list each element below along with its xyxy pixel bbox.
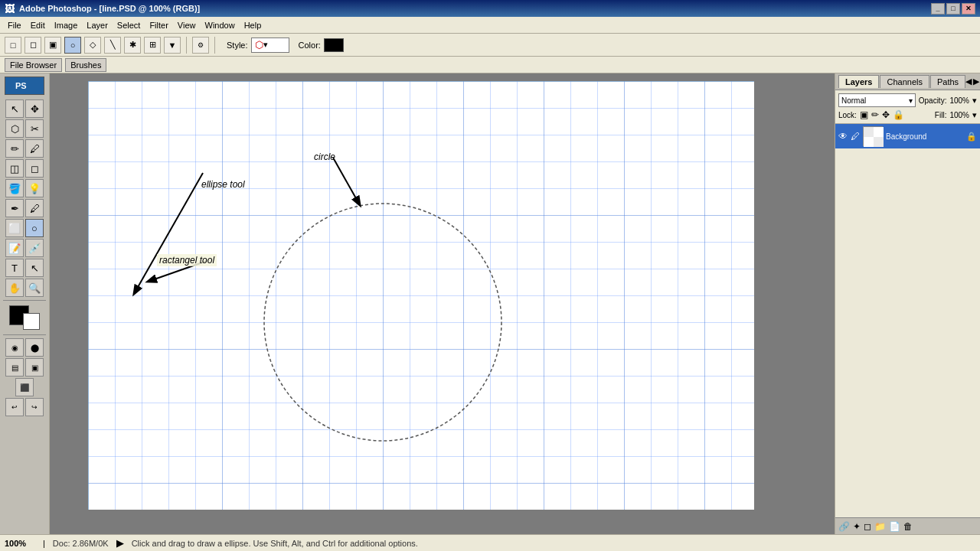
menu-filter[interactable]: Filter — [145, 19, 172, 31]
layer-item[interactable]: 👁 🖊 Background 🔒 — [835, 124, 980, 148]
shape-custom-btn[interactable]: ✱ — [124, 37, 141, 54]
shape-poly-btn[interactable]: ◇ — [84, 37, 101, 54]
delete-layer-btn[interactable]: 🗑 — [903, 521, 913, 532]
blend-mode-dropdown[interactable]: Normal ▾ — [838, 93, 916, 107]
maximize-button[interactable]: □ — [946, 3, 960, 15]
fill-label: Fill: — [935, 111, 947, 119]
selection-tool[interactable]: ↖ — [5, 99, 24, 118]
zoom-level: 100% — [5, 539, 35, 548]
svg-text:PS: PS — [15, 81, 27, 90]
pen-tool[interactable]: ✒ — [5, 199, 24, 217]
panel-left-arrow[interactable]: ◀ — [965, 77, 972, 86]
style-dropdown[interactable]: ⬡ ▾ — [251, 37, 289, 53]
canvas-drawing — [88, 81, 754, 510]
tab-layers[interactable]: Layers — [838, 75, 879, 88]
opacity-arrow[interactable]: ▾ — [972, 96, 977, 106]
menu-edit[interactable]: Edit — [26, 19, 50, 31]
status-hint: Click and drag to draw a ellipse. Use Sh… — [132, 539, 975, 548]
crop-tool[interactable]: ✂ — [25, 119, 44, 138]
tool-separator — [3, 300, 46, 301]
tool-separator2 — [3, 334, 46, 335]
minimize-button[interactable]: _ — [931, 3, 945, 15]
menu-layer[interactable]: Layer — [82, 19, 113, 31]
jump-to-web[interactable]: ↪ — [25, 398, 44, 416]
standard-mode[interactable]: ◉ — [5, 338, 24, 357]
add-style-btn[interactable]: ✦ — [853, 521, 861, 532]
close-button[interactable]: ✕ — [962, 3, 975, 15]
menu-view[interactable]: View — [173, 19, 201, 31]
menu-select[interactable]: Select — [113, 19, 145, 31]
add-mask-btn[interactable]: ◻ — [864, 521, 871, 532]
lock-row: Lock: ▣ ✏ ✥ 🔒 Fill: 100% ▾ — [838, 109, 977, 120]
fill-arrow[interactable]: ▾ — [972, 110, 977, 120]
geom-option-btn[interactable]: ⚙ — [192, 37, 209, 54]
layer-visibility-icon[interactable]: 👁 — [838, 131, 848, 142]
quick-mask-mode[interactable]: ⬤ — [25, 338, 44, 357]
style-label: Style: — [227, 41, 248, 50]
lasso-tool[interactable]: ⬡ — [5, 119, 24, 138]
lock-brush[interactable]: ✏ — [871, 109, 879, 120]
tool-row-7: ⬜ ○ — [5, 219, 44, 237]
menu-window[interactable]: Window — [201, 19, 240, 31]
new-layer-btn[interactable]: 📄 — [889, 521, 900, 532]
shape-rect2-btn[interactable]: ◻ — [24, 37, 41, 54]
brushes-button[interactable]: Brushes — [65, 58, 106, 72]
panel-right-arrow[interactable]: ▶ — [973, 77, 979, 86]
screen-mode1[interactable]: ▤ — [5, 358, 24, 377]
bg-color[interactable] — [23, 313, 40, 330]
tab-paths[interactable]: Paths — [930, 75, 965, 88]
lock-all[interactable]: 🔒 — [893, 109, 904, 120]
shape-tool[interactable]: ⬜ — [5, 219, 24, 237]
ps-logo: PS — [5, 77, 44, 95]
menu-file[interactable]: File — [3, 19, 26, 31]
new-set-btn[interactable]: 📁 — [874, 521, 886, 532]
direct-select-tool[interactable]: ↖ — [25, 259, 44, 277]
status-play-icon: ▶ — [116, 537, 124, 549]
brush-tool[interactable]: 🖊 — [25, 139, 44, 158]
hand-tool[interactable]: ✋ — [5, 279, 24, 297]
lock-transparent[interactable]: ▣ — [860, 109, 868, 120]
menubar: File Edit Image Layer Select Filter View… — [0, 17, 980, 34]
screen-mode2[interactable]: ▣ — [25, 358, 44, 377]
screen-mode3[interactable]: ⬛ — [15, 378, 34, 396]
notes-tool[interactable]: 📝 — [5, 239, 24, 257]
menu-help[interactable]: Help — [240, 19, 266, 31]
file-browser-button[interactable]: File Browser — [5, 58, 62, 72]
jump-to-ir[interactable]: ↩ — [5, 398, 24, 416]
path-tool[interactable]: 🖊 — [25, 199, 44, 217]
panel-tabs: Layers Channels Paths — [838, 75, 965, 88]
pencil-tool[interactable]: ✏ — [5, 139, 24, 158]
text-tool[interactable]: T — [5, 259, 24, 277]
separator1 — [186, 37, 187, 54]
layer-lock-icon: 🔒 — [966, 132, 977, 142]
canvas-container: ellipse tool circle ractangel tool — [88, 81, 754, 510]
eyedropper-tool[interactable]: 💉 — [25, 239, 44, 257]
layer-edit-icon[interactable]: 🖊 — [851, 131, 860, 142]
eraser-tool[interactable]: ◻ — [25, 159, 44, 178]
tool-row-mode: ◉ ⬤ — [5, 338, 44, 357]
dodge-tool[interactable]: 💡 — [25, 179, 44, 197]
shape-ellipse-btn[interactable]: ○ — [64, 37, 81, 54]
tool-row-screen: ▤ ▣ — [5, 358, 44, 377]
opacity-label: Opacity: — [919, 96, 947, 105]
color-label: Color: — [299, 41, 321, 50]
shape-line-btn[interactable]: ╲ — [104, 37, 121, 54]
link-layers-btn[interactable]: 🔗 — [838, 521, 850, 532]
tool-row-jump: ↩ ↪ — [5, 398, 44, 416]
second-toolbar: File Browser Brushes — [0, 57, 980, 73]
circle-label: circle — [314, 152, 335, 162]
lock-move[interactable]: ✥ — [882, 109, 890, 120]
move-tool[interactable]: ✥ — [25, 99, 44, 118]
tab-channels[interactable]: Channels — [880, 75, 929, 88]
clone-tool[interactable]: ◫ — [5, 159, 24, 178]
ellipse-tool[interactable]: ○ — [25, 219, 44, 237]
shape-rect-btn[interactable]: □ — [5, 37, 21, 54]
shape-rect3-btn[interactable]: ▣ — [44, 37, 61, 54]
shape-more-btn[interactable]: ▼ — [164, 37, 181, 54]
fill-tool[interactable]: 🪣 — [5, 179, 24, 197]
color-swatch[interactable] — [324, 38, 344, 52]
shape-grid-btn[interactable]: ⊞ — [144, 37, 161, 54]
menu-image[interactable]: Image — [50, 19, 83, 31]
zoom-tool[interactable]: 🔍 — [25, 279, 44, 297]
tool-row-6: ✒ 🖊 — [5, 199, 44, 217]
